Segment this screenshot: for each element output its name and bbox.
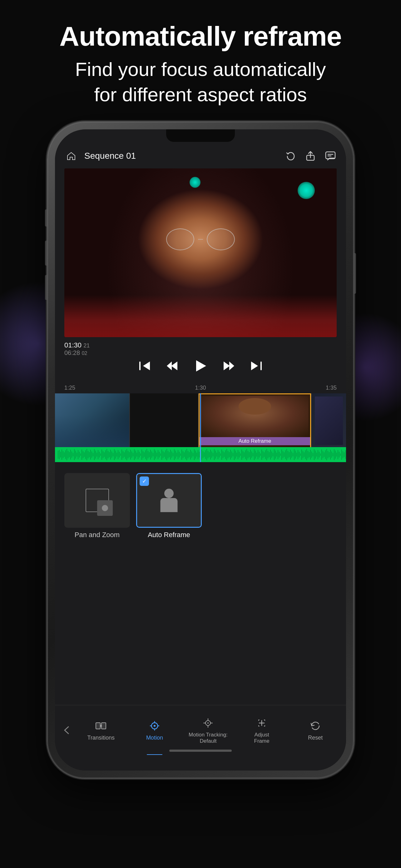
toolbar-motion[interactable]: Motion bbox=[129, 705, 181, 755]
transitions-icon bbox=[94, 719, 108, 733]
top-bar: Sequence 01 bbox=[64, 145, 337, 167]
svg-rect-4 bbox=[139, 362, 140, 370]
pan-zoom-thumbnail[interactable] bbox=[64, 473, 130, 528]
adjust-frame-icon bbox=[255, 716, 269, 730]
autoreframe-label: Auto Reframe bbox=[200, 437, 310, 445]
auto-reframe-label: Auto Reframe bbox=[148, 531, 190, 539]
home-indicator bbox=[169, 750, 232, 752]
toolbar-reset[interactable]: Reset bbox=[289, 705, 341, 755]
glasses-overlay bbox=[132, 222, 269, 256]
toolbar-transitions[interactable]: Transitions bbox=[75, 705, 127, 755]
top-bar-actions bbox=[284, 150, 337, 162]
video-track: Auto Reframe bbox=[55, 393, 346, 448]
timecode-display: 01:30 21 06:28 02 bbox=[64, 341, 337, 356]
adjust-frame-label: AdjustFrame bbox=[254, 732, 269, 744]
motion-icon bbox=[148, 719, 162, 733]
motion-tracking-label: Motion Tracking:Default bbox=[189, 732, 228, 744]
video-thumbnail bbox=[64, 168, 337, 337]
transitions-label: Transitions bbox=[88, 735, 114, 741]
screen-content: Sequence 01 bbox=[55, 129, 346, 771]
header-section: Automatically reframe Find your focus au… bbox=[0, 9, 401, 107]
skip-forward-button[interactable] bbox=[250, 360, 262, 372]
video-preview bbox=[64, 168, 337, 337]
playback-area: 01:30 21 06:28 02 bbox=[64, 341, 337, 373]
toolbar-adjust-frame[interactable]: AdjustFrame bbox=[236, 705, 288, 755]
svg-rect-469 bbox=[96, 723, 100, 729]
header-subtitle: Find your focus automaticallyfor differe… bbox=[19, 57, 382, 107]
power-button bbox=[354, 253, 356, 294]
play-button[interactable] bbox=[194, 359, 207, 373]
svg-point-472 bbox=[154, 725, 156, 727]
current-timecode: 01:30 21 bbox=[64, 341, 337, 349]
svg-rect-5 bbox=[261, 362, 262, 370]
header-title: Automatically reframe bbox=[19, 22, 382, 51]
share-icon[interactable] bbox=[304, 150, 317, 162]
volume-down-button bbox=[45, 275, 47, 300]
total-timecode: 06:28 02 bbox=[64, 349, 337, 356]
notch bbox=[166, 129, 235, 142]
effect-card-auto-reframe[interactable]: ✓ Auto Refra bbox=[136, 473, 202, 539]
ruler-label-3: 1:35 bbox=[326, 384, 337, 391]
ruler-labels: 1:25 1:30 1:35 bbox=[64, 384, 337, 391]
toolbar-motion-tracking[interactable]: Motion Tracking:Default bbox=[182, 705, 234, 755]
timeline-tracks[interactable]: Auto Reframe bbox=[55, 393, 346, 462]
timeline-playhead bbox=[200, 393, 201, 462]
motion-label: Motion bbox=[146, 735, 163, 741]
svg-rect-470 bbox=[101, 723, 106, 729]
home-icon[interactable] bbox=[64, 149, 78, 163]
comments-icon[interactable] bbox=[324, 150, 337, 162]
phone-mockup: Sequence 01 bbox=[47, 122, 354, 778]
ruler-label-2: 1:30 bbox=[195, 384, 206, 391]
sequence-title: Sequence 01 bbox=[84, 151, 278, 161]
step-back-button[interactable] bbox=[166, 360, 178, 372]
motion-tracking-icon bbox=[201, 716, 215, 730]
reset-label: Reset bbox=[308, 735, 323, 741]
step-forward-button[interactable] bbox=[223, 360, 235, 372]
phone-screen: Sequence 01 bbox=[55, 129, 346, 771]
toolbar-inner: Transitions Motion bbox=[55, 705, 346, 755]
bottom-toolbar: Transitions Motion bbox=[55, 705, 346, 755]
red-collar bbox=[64, 295, 337, 337]
effect-check: ✓ bbox=[140, 476, 149, 486]
clip-black[interactable] bbox=[130, 393, 199, 448]
silent-switch bbox=[45, 209, 47, 226]
clip-partial[interactable] bbox=[311, 393, 346, 448]
undo-icon[interactable] bbox=[284, 150, 297, 162]
teal-dot bbox=[190, 177, 201, 188]
effect-card-pan-zoom[interactable]: Pan and Zoom bbox=[64, 473, 130, 539]
svg-point-474 bbox=[207, 722, 209, 724]
volume-up-button bbox=[45, 241, 47, 266]
reset-icon bbox=[308, 719, 322, 733]
ruler-label-1: 1:25 bbox=[64, 384, 75, 391]
effects-area: Pan and Zoom ✓ bbox=[55, 467, 346, 554]
clip-autoreframe[interactable]: Auto Reframe bbox=[199, 393, 311, 448]
auto-reframe-thumbnail[interactable]: ✓ bbox=[136, 473, 202, 528]
svg-rect-1 bbox=[326, 152, 335, 159]
playback-controls bbox=[64, 359, 337, 373]
effects-row: Pan and Zoom ✓ bbox=[64, 473, 337, 539]
pan-zoom-label: Pan and Zoom bbox=[75, 531, 120, 539]
clip-cityscape[interactable] bbox=[55, 393, 130, 448]
skip-back-button[interactable] bbox=[139, 360, 151, 372]
timeline-ruler: 1:25 1:30 1:35 bbox=[55, 382, 346, 393]
toolbar-back-button[interactable] bbox=[60, 723, 73, 737]
